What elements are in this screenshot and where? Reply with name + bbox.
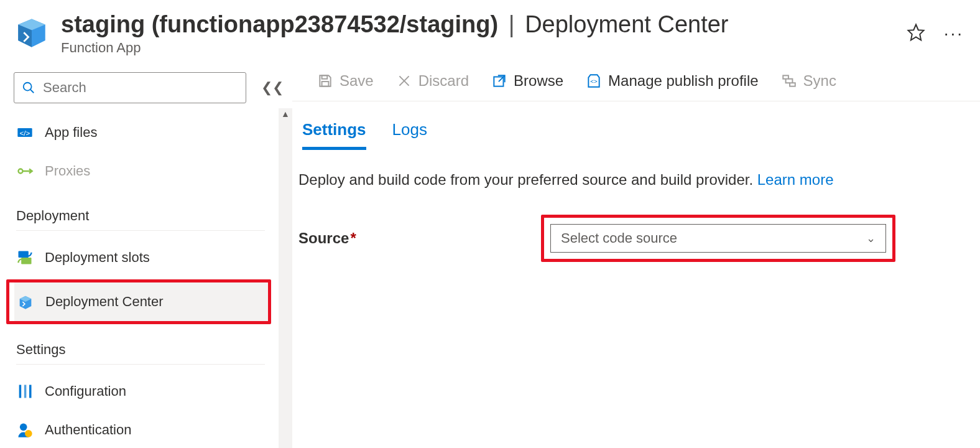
svg-point-5 xyxy=(19,169,23,173)
authentication-icon xyxy=(16,421,34,439)
sidebar-item-deployment-center[interactable]: Deployment Center xyxy=(14,282,268,321)
svg-point-1 xyxy=(24,82,32,90)
scrollbar[interactable]: ▲ xyxy=(279,108,292,448)
svg-rect-7 xyxy=(21,258,31,264)
learn-more-link[interactable]: Learn more xyxy=(757,171,834,188)
scroll-up-icon[interactable]: ▲ xyxy=(279,108,292,119)
configuration-icon xyxy=(16,383,34,400)
source-label: Source* xyxy=(298,230,535,247)
proxy-icon xyxy=(16,162,34,180)
more-actions-icon[interactable]: ··· xyxy=(944,25,964,42)
sync-icon xyxy=(781,73,797,89)
sidebar-section-deployment: Deployment xyxy=(16,208,265,231)
sidebar-item-app-files[interactable]: </> App files xyxy=(14,113,270,152)
svg-rect-6 xyxy=(19,251,29,258)
code-tag-icon: </> xyxy=(16,124,34,141)
svg-rect-9 xyxy=(24,385,27,398)
svg-rect-19 xyxy=(783,75,788,78)
sidebar-item-label: Deployment slots xyxy=(45,250,150,266)
function-app-icon xyxy=(14,16,50,52)
manage-publish-profile-button[interactable]: <> Manage publish profile xyxy=(586,72,759,90)
sidebar-item-configuration[interactable]: Configuration xyxy=(14,372,270,411)
search-input[interactable] xyxy=(42,79,238,96)
sidebar-item-authentication[interactable]: Authentication xyxy=(14,411,270,448)
browse-button[interactable]: Browse xyxy=(491,72,563,90)
chevron-down-icon: ⌄ xyxy=(866,231,876,245)
svg-rect-14 xyxy=(322,75,328,78)
svg-rect-10 xyxy=(29,385,32,398)
sidebar-item-label: Deployment Center xyxy=(45,294,164,310)
sidebar-section-settings: Settings xyxy=(16,342,265,365)
save-icon xyxy=(317,73,333,89)
browse-icon xyxy=(491,73,507,89)
sidebar-item-label: Proxies xyxy=(45,163,90,179)
tab-settings[interactable]: Settings xyxy=(302,120,366,150)
sidebar-item-label: App files xyxy=(45,124,97,141)
svg-rect-20 xyxy=(790,83,795,86)
search-input-wrapper[interactable] xyxy=(14,72,246,103)
save-button[interactable]: Save xyxy=(317,72,374,90)
sidebar-item-proxies[interactable]: Proxies xyxy=(14,152,270,190)
discard-icon xyxy=(396,73,412,89)
favorite-star-icon[interactable] xyxy=(907,23,925,44)
collapse-sidebar-icon[interactable]: ❮❮ xyxy=(259,77,286,98)
sidebar-item-deployment-slots[interactable]: Deployment slots xyxy=(14,238,270,277)
svg-line-2 xyxy=(30,89,34,93)
svg-text:</>: </> xyxy=(20,128,30,136)
svg-text:<>: <> xyxy=(590,78,598,85)
deployment-slots-icon xyxy=(16,249,34,266)
tab-logs[interactable]: Logs xyxy=(392,120,427,150)
deployment-center-icon xyxy=(17,293,34,310)
page-subtitle: Function App xyxy=(61,40,895,56)
source-select[interactable]: Select code source ⌄ xyxy=(550,224,886,253)
sidebar-item-label: Authentication xyxy=(45,422,131,438)
svg-point-12 xyxy=(25,430,32,437)
svg-rect-8 xyxy=(19,385,22,398)
page-title: staging (functionapp23874532/staging) | … xyxy=(61,11,895,39)
search-icon xyxy=(22,81,35,95)
discard-button[interactable]: Discard xyxy=(396,72,469,90)
sidebar-item-label: Configuration xyxy=(45,383,126,399)
source-select-value: Select code source xyxy=(561,230,677,246)
svg-point-11 xyxy=(20,423,27,431)
sync-button[interactable]: Sync xyxy=(781,72,836,90)
description-text: Deploy and build code from your preferre… xyxy=(298,169,974,191)
publish-profile-icon: <> xyxy=(586,73,602,89)
svg-rect-13 xyxy=(322,82,329,86)
svg-marker-0 xyxy=(908,24,923,40)
